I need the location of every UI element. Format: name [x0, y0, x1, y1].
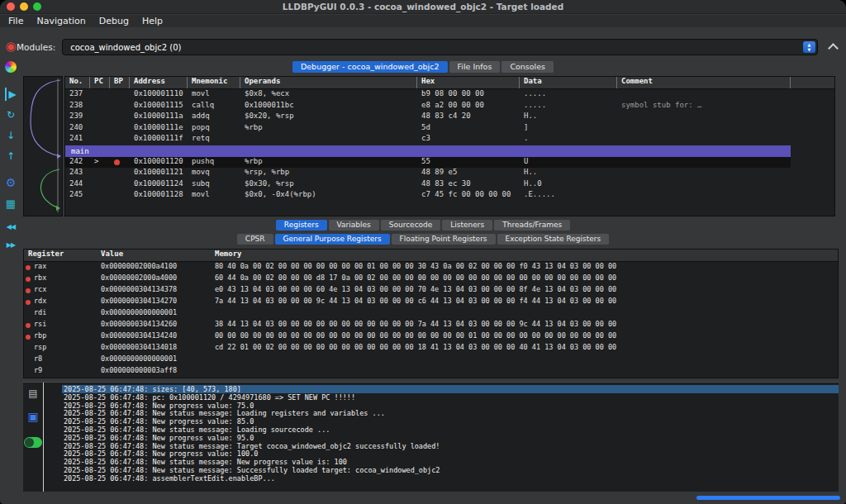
- tab-registers[interactable]: Registers: [276, 220, 327, 231]
- tab-listeners[interactable]: Listeners: [442, 220, 492, 231]
- log-line[interactable]: 2025-08-25 06:47:48: sizes: [40, 573, 18…: [62, 385, 839, 393]
- col-data[interactable]: Data: [520, 77, 617, 88]
- dropdown-stepper-icon[interactable]: ▲ ▼: [803, 41, 815, 53]
- asm-bp-cell[interactable]: [110, 179, 130, 191]
- log-line[interactable]: 2025-08-25 06:47:48: New progress value:…: [62, 402, 839, 410]
- log-line[interactable]: 2025-08-25 06:47:48: pc: 0x100001120 / 4…: [62, 393, 839, 402]
- stop-icon[interactable]: ◉: [5, 40, 16, 53]
- log-line[interactable]: 2025-08-25 06:47:48: New progress value:…: [62, 417, 839, 426]
- memory-icon[interactable]: ▦: [6, 197, 16, 210]
- disassembly-row[interactable]: 245 0x100001128 movl $0x0, -0x4(%rbp) c7…: [65, 190, 791, 202]
- col-address[interactable]: Address: [130, 77, 188, 88]
- modules-bar: Modules: cocoa_windowed_objc2 (0) ▲ ▼: [17, 38, 818, 56]
- asm-bp-cell[interactable]: [110, 168, 130, 179]
- log-line[interactable]: 2025-08-25 06:47:48: New status message:…: [62, 466, 839, 474]
- modules-dropdown[interactable]: cocoa_windowed_objc2 (0) ▲ ▼: [62, 39, 818, 55]
- asm-operands: $0x0, -0x4(%rbp): [240, 190, 417, 202]
- step-into-icon[interactable]: ↓: [7, 129, 15, 142]
- tab-consoles[interactable]: Consoles: [501, 61, 554, 73]
- register-row[interactable]: rbp 0x0000000304134240 00 00 00 00 00 00…: [24, 331, 838, 343]
- disassembly-row[interactable]: 243 0x100001121 movq %rsp, %rbp 48 89 e5…: [65, 168, 791, 179]
- disassembly-header: No. PC BP Address Mnemonic Operands Hex …: [65, 77, 834, 89]
- asm-line-number: 238: [65, 101, 90, 112]
- fast-forward-icon[interactable]: ▶▶: [7, 238, 15, 251]
- continue-icon[interactable]: ▶: [5, 88, 16, 101]
- log-options-icon[interactable]: ▤: [28, 388, 37, 399]
- step-out-icon[interactable]: ↑: [7, 150, 15, 163]
- register-row[interactable]: rsi 0x0000000304134260 38 44 13 04 03 00…: [24, 320, 838, 331]
- asm-bp-cell[interactable]: [110, 157, 130, 169]
- close-button[interactable]: [7, 2, 15, 11]
- log-line[interactable]: 2025-08-25 06:47:48: New status message:…: [62, 442, 839, 450]
- asm-bp-cell[interactable]: [110, 190, 130, 202]
- col-pc[interactable]: PC: [90, 77, 110, 88]
- tab-general-purpose[interactable]: General Purpose Registers: [275, 234, 390, 245]
- step-over-icon[interactable]: ↻: [7, 108, 15, 121]
- tab-sourcecode[interactable]: Sourcecode: [381, 220, 441, 231]
- tab-variables[interactable]: Variables: [329, 220, 379, 231]
- log-line[interactable]: 2025-08-25 06:47:48: assemblerTextEdit.e…: [62, 474, 839, 483]
- tab-exception-state[interactable]: Exception State Registers: [497, 234, 610, 245]
- register-row[interactable]: rax 0x00000002000a4100 80 40 0a 00 02 00…: [24, 262, 838, 273]
- asm-pc-marker: [90, 168, 110, 179]
- settings-gear-icon[interactable]: ⚙: [6, 176, 17, 189]
- asm-bp-cell[interactable]: [110, 101, 130, 112]
- disassembly-row[interactable]: main: [65, 145, 791, 157]
- col-value[interactable]: Value: [97, 250, 211, 261]
- disassembly-row[interactable]: 241 0x10000111f retq c3 .: [65, 134, 791, 145]
- fast-backward-icon[interactable]: ◀◀: [7, 220, 15, 233]
- autoscroll-toggle[interactable]: [24, 437, 42, 448]
- col-hex[interactable]: Hex: [417, 77, 520, 88]
- register-row[interactable]: rdx 0x0000000304134270 7a 44 13 04 03 00…: [24, 297, 838, 308]
- log-line[interactable]: 2025-08-25 06:47:48: New status message:…: [62, 409, 839, 417]
- col-mnemonic[interactable]: Mnemonic: [188, 77, 240, 88]
- col-comment[interactable]: Comment: [617, 77, 791, 88]
- col-bp[interactable]: BP: [110, 77, 130, 88]
- log-line[interactable]: 2025-08-25 06:47:48: New status message:…: [62, 458, 839, 466]
- log-copy-icon[interactable]: ▣: [27, 411, 38, 422]
- menu-help[interactable]: Help: [142, 16, 163, 26]
- minimize-button[interactable]: [20, 2, 28, 11]
- menu-debug[interactable]: Debug: [99, 16, 129, 26]
- breakpoint-icon[interactable]: [114, 159, 120, 165]
- disassembly-row[interactable]: 244 0x100001124 subq $0x30, %rsp 48 83 e…: [65, 179, 791, 191]
- asm-bp-cell[interactable]: [110, 134, 130, 145]
- col-no[interactable]: No.: [65, 77, 90, 88]
- tab-cpsr[interactable]: CPSR: [237, 234, 273, 245]
- register-row[interactable]: rsp 0x0000000304134018 cd 22 01 00 02 00…: [24, 343, 838, 354]
- register-row[interactable]: rcx 0x0000000304134378 e0 43 13 04 03 00…: [24, 285, 838, 297]
- app-logo-icon[interactable]: [5, 61, 17, 73]
- register-memory: [211, 366, 637, 378]
- log-line[interactable]: 2025-08-25 06:47:48: New progress value:…: [62, 449, 839, 458]
- col-memory[interactable]: Memory: [211, 250, 637, 261]
- log-line[interactable]: 2025-08-25 06:47:48: New status message:…: [62, 426, 839, 434]
- menu-navigation[interactable]: Navigation: [36, 16, 85, 26]
- register-row[interactable]: rdi 0x0000000000000001: [24, 308, 838, 320]
- asm-bp-cell[interactable]: [110, 112, 130, 123]
- disassembly-row[interactable]: 242 > 0x100001120 pushq %rbp 55 U: [65, 157, 791, 169]
- asm-bp-cell[interactable]: [110, 123, 130, 135]
- disassembly-row[interactable]: 240 0x10000111e popq %rbp 5d ]: [65, 123, 791, 135]
- zoom-button[interactable]: [33, 2, 41, 11]
- register-row[interactable]: rbx 0x00000002000a4000 60 44 0a 00 02 00…: [24, 273, 838, 285]
- asm-operands: %rsp, %rbp: [240, 168, 417, 179]
- asm-bp-cell[interactable]: [110, 89, 130, 101]
- asm-hex: 48 83 c4 20: [417, 112, 520, 123]
- register-memory: 38 44 13 04 03 00 00 00 00 00 00 00 00 0…: [211, 320, 637, 331]
- tab-floating-point[interactable]: Floating Point Registers: [392, 234, 496, 245]
- tab-file-infos[interactable]: File Infos: [449, 61, 501, 73]
- collapse-modules-button[interactable]: [827, 42, 839, 52]
- disassembly-row[interactable]: 239 0x10000111a addq $0x20, %rsp 48 83 c…: [65, 112, 791, 123]
- tab-debugger[interactable]: Debugger - cocoa_windowed_objc2: [292, 61, 448, 73]
- disassembly-row[interactable]: 237 0x100001110 movl $0x8, %ecx b9 08 00…: [65, 89, 791, 101]
- register-row[interactable]: r9 0x000000000003aff8: [24, 366, 838, 378]
- asm-operands: [240, 134, 417, 145]
- col-operands[interactable]: Operands: [240, 77, 417, 88]
- register-name: rdi: [24, 308, 97, 320]
- disassembly-row[interactable]: 238 0x100001115 callq 0x1000011bc e8 a2 …: [65, 101, 791, 112]
- menu-file[interactable]: File: [8, 16, 23, 26]
- register-row[interactable]: r8 0x0000000000000001: [24, 354, 838, 366]
- col-register[interactable]: Register: [24, 250, 97, 261]
- tab-threads-frames[interactable]: Threads/Frames: [494, 220, 570, 231]
- log-line[interactable]: 2025-08-25 06:47:48: New progress value:…: [62, 434, 839, 442]
